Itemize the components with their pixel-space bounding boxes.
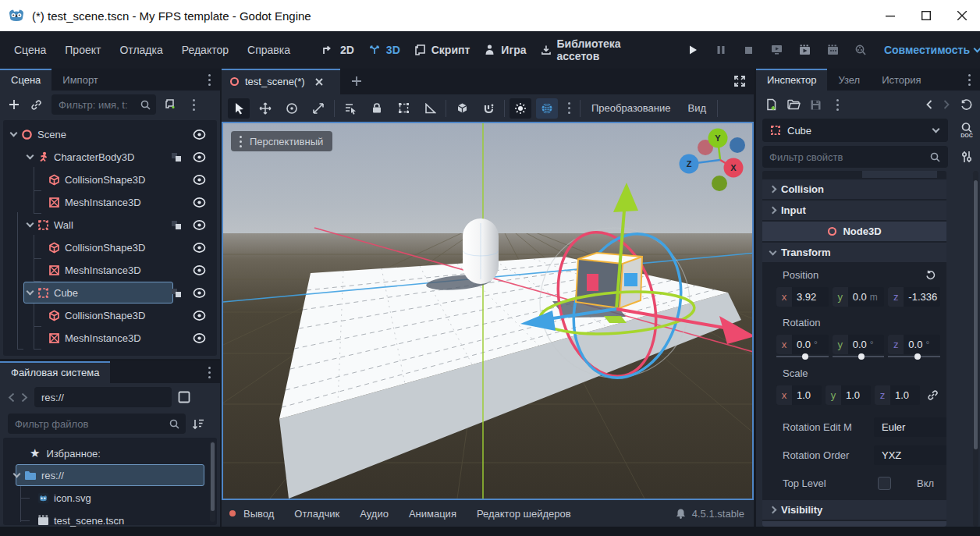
tree-row-cube[interactable]: Cube [6,282,214,303]
file-row-res[interactable]: res:// [6,464,214,486]
file-row-icon-svg[interactable]: icon.svg [6,487,214,509]
snap-object-button[interactable] [451,98,473,119]
menu-project[interactable]: Проект [57,39,108,61]
sort-icon[interactable] [192,418,204,430]
rotation-edit-mode-dropdown[interactable]: Euler [874,417,946,437]
load-resource-icon[interactable] [787,99,801,110]
expander-icon[interactable] [13,470,21,478]
instanced-scene-badge-icon[interactable] [171,288,183,298]
new-scene-tab-button[interactable] [351,76,362,87]
inspector-scrollbar[interactable] [973,171,978,527]
visibility-eye-icon[interactable] [193,311,206,321]
new-resource-icon[interactable] [765,98,778,111]
expander-icon[interactable] [27,152,34,160]
open-docs-icon[interactable]: DOC [960,122,974,139]
nav-back-icon[interactable] [8,392,15,403]
position-y-field[interactable]: y 0.0 m [833,287,885,307]
tree-row-scene[interactable]: Scene [6,123,214,145]
notification-bell-icon[interactable] [676,508,686,519]
position-x-field[interactable]: x 3.92 [776,287,829,307]
file-tree-scrollbar[interactable] [210,441,215,522]
lock-button[interactable] [366,98,388,119]
bottom-tab-animation[interactable]: Анимация [403,505,463,523]
rotation-x-slider[interactable] [776,356,829,357]
maximize-button[interactable] [908,0,944,31]
tab-history[interactable]: История [871,69,932,91]
tab-import[interactable]: Импорт [51,69,108,91]
menu-debug[interactable]: Отладка [112,39,170,61]
tree-row-meshinstance3d[interactable]: MeshInstance3D [6,327,214,349]
nav-forward-icon[interactable] [21,392,28,403]
play-scene-button[interactable] [795,40,815,60]
menu-scene[interactable]: Сцена [6,39,54,61]
pause-button[interactable] [711,40,731,60]
filesystem-menu-icon[interactable] [203,366,215,378]
move-tool-button[interactable] [254,98,276,119]
property-filter-input[interactable] [762,146,948,168]
path-input[interactable] [34,387,172,407]
expander-icon[interactable] [27,288,34,296]
tree-row-wall[interactable]: Wall [6,214,214,236]
movie-maker-button[interactable] [851,40,872,60]
section-input[interactable]: Input [762,201,946,220]
remote-debug-button[interactable] [767,40,787,60]
close-tab-icon[interactable] [315,78,323,86]
transform-menu[interactable]: Преобразование [585,102,677,114]
stop-button[interactable] [739,40,759,60]
view-menu[interactable]: Вид [682,102,713,114]
visibility-eye-icon[interactable] [193,288,206,298]
gizmo-plane-yz-handle[interactable] [587,274,598,291]
section-visibility[interactable]: Visibility [762,500,946,520]
tree-row-collisionshape3d[interactable]: CollisionShape3D [6,169,214,190]
inspector-tools-icon[interactable] [960,151,973,163]
instanced-scene-badge-icon[interactable] [171,220,183,230]
bottom-tab-shader-editor[interactable]: Редактор шейдеров [470,505,577,523]
visibility-eye-icon[interactable] [193,220,206,230]
tab-node[interactable]: Узел [827,69,871,91]
switch-2d-button[interactable]: 2D [315,40,361,60]
attach-script-button[interactable] [159,94,181,115]
resource-extra-menu-icon[interactable] [831,98,843,111]
play-custom-scene-button[interactable] [823,40,843,60]
tree-row-characterbody3d[interactable]: CharacterBody3D [6,146,214,168]
tree-row-collisionshape3d[interactable]: CollisionShape3D [6,236,214,258]
save-resource-icon[interactable] [810,99,822,111]
scale-tool-button[interactable] [307,98,329,119]
switch-game-button[interactable]: Игра [477,40,533,60]
instance-scene-button[interactable] [25,94,47,115]
preview-environment-toggle[interactable] [536,98,558,119]
scale-x-field[interactable]: x 1.0 [776,385,822,405]
rotation-order-dropdown[interactable]: YXZ [874,445,946,465]
add-node-button[interactable] [3,94,25,115]
rotation-z-field[interactable]: z 0.0 ° [888,335,940,354]
axis-neg-y-ball[interactable] [712,176,727,191]
visibility-eye-icon[interactable] [193,333,206,343]
scale-y-field[interactable]: y 1.0 [826,385,871,405]
menu-help[interactable]: Справка [240,39,298,61]
switch-script-button[interactable]: Скрипт [407,40,478,60]
rotation-z-slider[interactable] [888,356,940,357]
play-button[interactable] [683,40,703,60]
tree-row-meshinstance3d[interactable]: MeshInstance3D [6,191,214,213]
instanced-scene-badge-icon[interactable] [171,152,183,162]
link-scale-icon[interactable] [927,389,939,401]
visibility-eye-icon[interactable] [193,175,206,185]
tree-row-collisionshape3d[interactable]: CollisionShape3D [6,304,214,326]
history-back-icon[interactable] [926,100,932,109]
bottom-tab-debugger[interactable]: Отладчик [288,505,346,523]
visibility-eye-icon[interactable] [193,243,206,253]
tree-row-meshinstance3d[interactable]: MeshInstance3D [6,259,214,281]
scene-dock-menu-icon[interactable] [203,73,215,86]
viewport-3d[interactable]: Y Z X Перспективный [222,122,754,500]
top-level-checkbox[interactable] [878,477,891,490]
history-forward-icon[interactable] [943,100,950,109]
tab-scene[interactable]: Сцена [0,69,51,91]
preview-sunlight-toggle[interactable] [510,98,531,119]
split-mode-icon[interactable] [178,391,190,403]
rotate-tool-button[interactable] [281,98,303,119]
section-transform[interactable]: Transform [762,243,946,262]
edited-object-selector[interactable]: Cube [762,119,948,142]
close-button[interactable] [944,0,980,31]
revert-icon[interactable] [925,270,936,280]
file-filter-input[interactable] [8,414,186,434]
